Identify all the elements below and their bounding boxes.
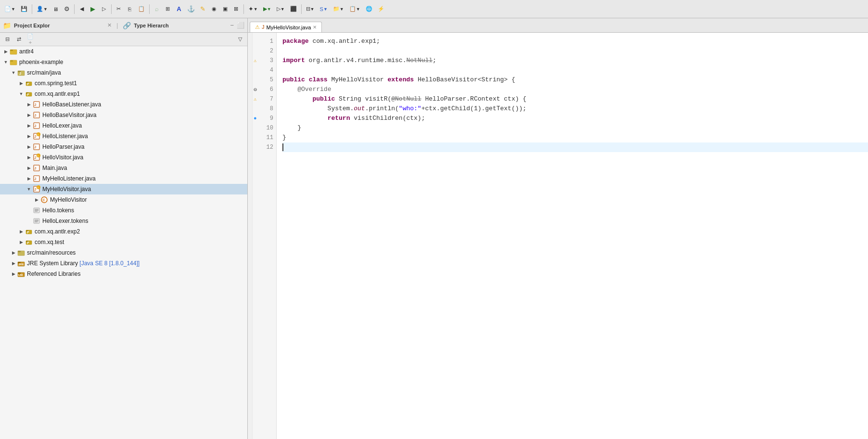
arrow-jre: ▶	[10, 259, 17, 267]
misc3-button[interactable]: 📁▼	[331, 3, 346, 15]
tree-item-MyHelloVisitor[interactable]: ▼ J! MyHelloVisitor.java	[0, 184, 247, 194]
tree-item-MyHelloVisitor-class[interactable]: ▶ C MyHelloVisitor	[0, 194, 247, 205]
token-9-3: visitChildren(ctx);	[350, 114, 425, 123]
grid-button[interactable]: ⊞	[163, 3, 173, 15]
misc6-button[interactable]: ⚡	[375, 3, 387, 15]
token-7-4: @NotNull	[391, 94, 421, 104]
linenum-6: 6	[270, 86, 273, 93]
copy-button[interactable]: ⎘	[125, 3, 135, 15]
tree-item-com-xq-exp2[interactable]: ▶ P com.xq.antlr.exp2	[0, 226, 247, 237]
misc5-button[interactable]: 🌐	[363, 3, 375, 15]
text-cursor	[282, 143, 283, 151]
label-hl: HelloLexer.java	[42, 122, 82, 129]
tree-item-com-spring-test1[interactable]: ▶ P com.spring.test1	[0, 78, 247, 89]
toolbar-search-group: ⌕ ⊞ A ⚓ ✎ ◉ ▣ ⊠	[152, 3, 242, 15]
token-8-5: +ctx.getChild(1).getText());	[421, 104, 526, 114]
svg-text:!: !	[38, 133, 38, 136]
type-hierarchy-icon: 🔗	[123, 22, 131, 29]
srcfolder-icon-res	[17, 249, 25, 257]
label-resources: src/main/resources	[27, 249, 76, 256]
run2-button[interactable]: ▶▼	[261, 3, 274, 15]
tree-item-antlr4[interactable]: ▶ antlr4	[0, 46, 247, 57]
stop-button[interactable]: ⬛	[288, 3, 299, 15]
tree-item-HelloVisitor[interactable]: ▶ J! HelloVisitor.java	[0, 152, 247, 163]
token-1-2: com.xq.antlr.exp1;	[309, 37, 380, 46]
toolbar-sep-1	[32, 4, 32, 14]
fold-icon-6[interactable]: ⊖	[254, 86, 257, 93]
run3-button[interactable]: ▷▼	[274, 3, 287, 15]
tab-close-button[interactable]: ✕	[313, 25, 317, 30]
token-5-1: public	[282, 75, 305, 85]
misc1-button[interactable]: ⊟▼	[304, 3, 317, 15]
tree-item-Hello-tokens[interactable]: ▶ Hello.tokens	[0, 205, 247, 216]
toolbar-debug-group: ✦▼ ▶▼ ▷▼ ⬛	[246, 3, 299, 15]
tree-item-HelloListener[interactable]: ▶ J! HelloListener.java	[0, 131, 247, 142]
arrow-mhl: ▶	[25, 175, 33, 182]
new-java-button[interactable]: 📄+	[25, 34, 36, 45]
link-editor-button[interactable]: ⇄	[13, 34, 24, 45]
tree-item-src-main-resources[interactable]: ▶ src/main/resources	[0, 247, 247, 258]
type-button[interactable]: A	[174, 3, 184, 15]
toolbar-sep-4	[149, 4, 150, 14]
task-button[interactable]: 🖥	[51, 3, 61, 15]
arrow-hv: ▶	[25, 154, 33, 161]
gutter-10: 10	[253, 123, 276, 133]
java-icon-hli: J!	[33, 132, 40, 140]
gutter-11: 11	[253, 133, 276, 142]
view-menu-button[interactable]: ▽	[235, 34, 245, 45]
sun-button[interactable]: ✦▼	[246, 3, 260, 15]
refactor-button[interactable]: ⚙	[62, 3, 72, 15]
gutter-9: ● 9	[253, 114, 276, 123]
tree-item-com-xq-test[interactable]: ▶ P com.xq.test	[0, 237, 247, 247]
save-button[interactable]: 💾	[18, 3, 30, 15]
svg-text:J: J	[34, 134, 36, 139]
maximize-icon[interactable]: ⬜	[237, 22, 244, 29]
tree-item-HelloLexer[interactable]: ▶ J HelloLexer.java	[0, 120, 247, 131]
collapse-all-button[interactable]: ⊟	[2, 34, 13, 45]
tree-item-HelloBaseListener[interactable]: ▶ J HelloBaseListener.java	[0, 99, 247, 110]
box-button[interactable]: ▣	[220, 3, 230, 15]
search-button[interactable]: ⌕	[152, 3, 162, 15]
tree-item-MyHelloListener[interactable]: ▶ J MyHelloListener.java	[0, 173, 247, 184]
mark-button[interactable]: ◉	[209, 3, 219, 15]
gutter-12: 12	[253, 142, 276, 152]
gutter-4: 4	[253, 65, 276, 75]
toolbar-misc-group: ⊟▼ S▼ 📁▼ 📋▼ 🌐 ⚡	[304, 3, 387, 15]
tree-item-src-main-java[interactable]: ▼ J src/main/java	[0, 67, 247, 78]
arrow-mhvc: ▶	[33, 196, 40, 204]
linenum-10: 10	[267, 125, 273, 131]
new-button[interactable]: 📄▼	[2, 3, 18, 15]
tree-item-JRE-system-library[interactable]: ▶ JRE JRE System Library [Java SE 8 [1.8…	[0, 258, 247, 269]
tree-item-HelloBaseVisitor[interactable]: ▶ J HelloBaseVisitor.java	[0, 110, 247, 120]
editor-tab-MyHelloVisitor[interactable]: ⚠ J MyHelloVisitor.java ✕	[250, 22, 322, 32]
close-tab-icon[interactable]: ✕	[107, 22, 112, 28]
java-icon-mhl: J	[33, 175, 40, 182]
code-area[interactable]: package com.xq.antlr.exp1; import org.an…	[277, 33, 868, 439]
run-button[interactable]: ▶	[88, 3, 98, 15]
cut-button[interactable]: ✂	[114, 3, 124, 15]
tree-item-phoenix[interactable]: ▼ phoenix-example	[0, 57, 247, 67]
tab-java-icon: J	[262, 25, 265, 30]
misc4-button[interactable]: 📋▼	[347, 3, 363, 15]
alt-button[interactable]: ⊠	[231, 3, 242, 15]
anchor-button[interactable]: ⚓	[185, 3, 197, 15]
tree-item-com-xq-antlr-exp1[interactable]: ▼ P com.xq.antlr.exp1	[0, 89, 247, 99]
tree-item-HelloLexer-tokens[interactable]: ▶ HelloLexer.tokens	[0, 216, 247, 226]
arrow-hbl: ▶	[25, 101, 33, 108]
paste-button[interactable]: 📋	[136, 3, 147, 15]
toolbar-sep-5	[243, 4, 244, 14]
run-fwd-button[interactable]: ▷	[99, 3, 109, 15]
svg-text:P: P	[27, 241, 29, 245]
run-back-button[interactable]: ◀	[77, 3, 87, 15]
tree-item-HelloParser[interactable]: ▶ J HelloParser.java	[0, 142, 247, 152]
profile-button[interactable]: 👤▼	[34, 3, 50, 15]
breakpoint-icon-9[interactable]: ●	[254, 116, 257, 121]
tree-item-referenced-libraries[interactable]: ▶ LIB Referenced Libraries	[0, 269, 247, 279]
tree-item-Main[interactable]: ▶ J Main.java	[0, 163, 247, 173]
token-10-1: }	[282, 123, 301, 133]
misc2-button[interactable]: S▼	[318, 3, 330, 15]
highlight-button[interactable]: ✎	[198, 3, 208, 15]
arrow-reflib: ▶	[10, 270, 17, 278]
linenum-11: 11	[267, 134, 273, 141]
minimize-icon[interactable]: −	[230, 22, 234, 29]
